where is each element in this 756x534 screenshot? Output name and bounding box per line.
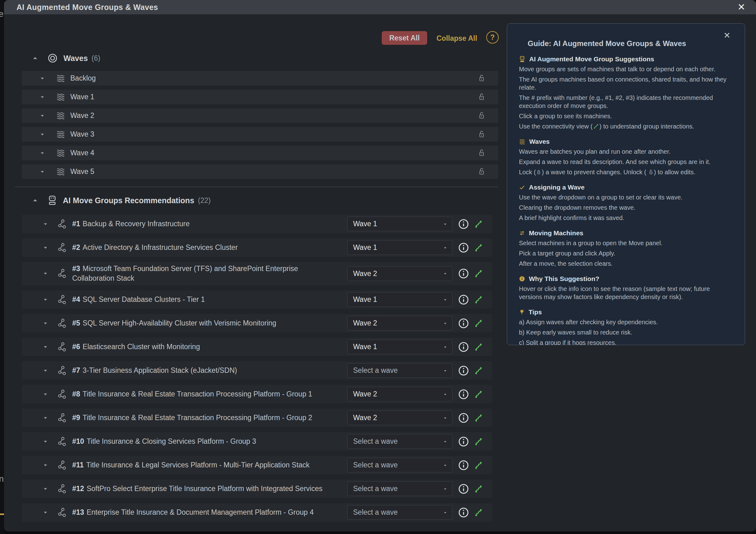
chevron-down-icon[interactable] [42, 244, 48, 251]
group-number: #12 [72, 485, 84, 492]
wave-dropdown[interactable]: Wave 1 [347, 216, 452, 231]
lock-open-icon[interactable] [477, 111, 486, 120]
info-icon[interactable] [458, 318, 469, 329]
wave-row[interactable]: Wave 1 [22, 90, 498, 104]
wave-row[interactable]: Wave 5 [22, 164, 498, 179]
chevron-down-icon[interactable] [39, 94, 45, 100]
cluster-nodes-icon [57, 413, 67, 423]
wave-dropdown[interactable]: Wave 2 [347, 410, 452, 425]
group-row[interactable]: #11Title Insurance & Legal Services Plat… [22, 456, 492, 474]
wave-dropdown[interactable]: Wave 1 [347, 340, 452, 354]
info-icon[interactable] [458, 365, 469, 376]
chevron-down-icon[interactable] [42, 270, 48, 277]
wave-dropdown[interactable]: Select a wave [347, 363, 452, 378]
route-connectivity-icon[interactable] [474, 390, 483, 399]
chevron-down-icon[interactable] [39, 150, 45, 156]
waves-section-header: Waves (6) [31, 53, 100, 64]
dropdown-caret-icon [443, 297, 448, 302]
chevron-down-icon[interactable] [42, 486, 48, 492]
chevron-down-icon[interactable] [39, 169, 45, 175]
wave-dropdown[interactable]: Wave 1 [347, 240, 452, 255]
group-row[interactable]: #8Title Insurance & Real Estate Transact… [22, 385, 492, 403]
chevron-down-icon[interactable] [39, 75, 45, 81]
wave-row[interactable]: Wave 4 [22, 146, 498, 160]
wave-dropdown[interactable]: Wave 2 [347, 316, 452, 330]
group-number: #6 [72, 343, 80, 351]
group-row[interactable]: #3Microsoft Team Foundation Server (TFS)… [22, 262, 492, 285]
dropdown-caret-icon [443, 245, 448, 250]
info-icon[interactable] [458, 294, 469, 305]
chevron-down-icon[interactable] [42, 415, 48, 421]
route-connectivity-icon[interactable] [474, 413, 483, 423]
chevron-down-icon[interactable] [42, 509, 48, 516]
route-connectivity-icon[interactable] [474, 484, 483, 493]
route-connectivity-icon[interactable] [474, 342, 483, 351]
lock-open-icon[interactable] [477, 167, 486, 176]
wave-dropdown-value: Select a wave [353, 508, 443, 517]
chevron-down-icon[interactable] [42, 221, 48, 227]
group-row[interactable]: #73-Tier Business Application Stack (eJa… [22, 361, 492, 379]
chevron-down-icon[interactable] [42, 391, 48, 397]
info-icon[interactable] [458, 268, 469, 279]
chevron-down-icon[interactable] [42, 296, 48, 303]
guide-close-icon[interactable]: ✕ [723, 31, 731, 41]
wave-name: Wave 3 [70, 130, 94, 138]
info-icon[interactable] [458, 436, 469, 447]
move-groups-waves-modal: AI Augmented Move Groups & Waves ✕ Reset… [4, 0, 756, 531]
route-connectivity-icon[interactable] [474, 243, 483, 252]
group-row[interactable]: #1Backup & Recovery Infrastructure Wave … [22, 215, 492, 233]
route-connectivity-icon[interactable] [474, 508, 483, 517]
route-connectivity-icon[interactable] [474, 319, 483, 328]
modal-close-icon[interactable]: ✕ [736, 1, 747, 13]
lock-open-icon[interactable] [477, 93, 486, 101]
collapse-all-button[interactable]: Collapse All [437, 34, 477, 43]
wave-dropdown[interactable]: Select a wave [347, 505, 452, 520]
waves-collapse-icon[interactable] [31, 55, 39, 62]
wave-dropdown[interactable]: Select a wave [347, 458, 452, 472]
chevron-down-icon[interactable] [42, 438, 48, 445]
info-icon[interactable] [458, 341, 469, 352]
route-connectivity-icon[interactable] [474, 219, 483, 229]
wave-dropdown[interactable]: Wave 1 [347, 292, 452, 307]
info-icon[interactable] [458, 242, 469, 253]
chevron-down-icon[interactable] [39, 113, 45, 119]
wave-dropdown[interactable]: Wave 2 [347, 387, 452, 402]
wave-dropdown[interactable]: Wave 2 [347, 267, 452, 281]
group-row[interactable]: #10Title Insurance & Closing Services Pl… [22, 432, 492, 451]
group-row[interactable]: #4SQL Server Database Clusters - Tier 1 … [22, 290, 492, 309]
group-row[interactable]: #12SoftPro Select Enterprise Title Insur… [22, 480, 492, 498]
dropdown-caret-icon [443, 415, 448, 420]
group-row[interactable]: #9Title Insurance & Real Estate Transact… [22, 408, 492, 427]
info-icon[interactable] [458, 412, 469, 424]
route-connectivity-icon[interactable] [474, 366, 483, 375]
group-row[interactable]: #2Active Directory & Infrastructure Serv… [22, 239, 492, 257]
group-row[interactable]: #5SQL Server High-Availability Cluster w… [22, 314, 492, 332]
info-icon[interactable] [458, 389, 469, 400]
reset-all-button[interactable]: Reset All [382, 31, 427, 45]
info-icon[interactable] [458, 507, 469, 518]
route-connectivity-icon[interactable] [474, 295, 483, 304]
help-button[interactable]: ? [486, 31, 499, 43]
chevron-down-icon[interactable] [42, 462, 48, 468]
route-connectivity-icon[interactable] [474, 269, 483, 278]
wave-dropdown[interactable]: Select a wave [347, 434, 452, 449]
group-row[interactable]: #13Enterprise Title Insurance & Document… [22, 503, 492, 521]
chevron-down-icon[interactable] [42, 368, 48, 374]
info-icon[interactable] [458, 483, 469, 494]
chevron-down-icon[interactable] [42, 320, 48, 326]
lock-open-icon[interactable] [477, 149, 486, 157]
wave-row[interactable]: Wave 2 [22, 108, 498, 123]
wave-row[interactable]: Wave 3 [22, 127, 498, 142]
route-connectivity-icon[interactable] [474, 461, 483, 470]
info-icon[interactable] [458, 460, 469, 471]
lock-open-icon[interactable] [477, 130, 486, 139]
groups-collapse-icon[interactable] [31, 197, 39, 204]
wave-dropdown[interactable]: Select a wave [347, 481, 452, 496]
wave-row[interactable]: Backlog [22, 71, 498, 86]
chevron-down-icon[interactable] [39, 131, 45, 138]
chevron-down-icon[interactable] [42, 344, 48, 350]
info-icon[interactable] [458, 218, 469, 230]
group-row[interactable]: #6Elasticsearch Cluster with Monitoring … [22, 338, 492, 356]
lock-open-icon[interactable] [477, 74, 486, 83]
route-connectivity-icon[interactable] [474, 437, 483, 446]
